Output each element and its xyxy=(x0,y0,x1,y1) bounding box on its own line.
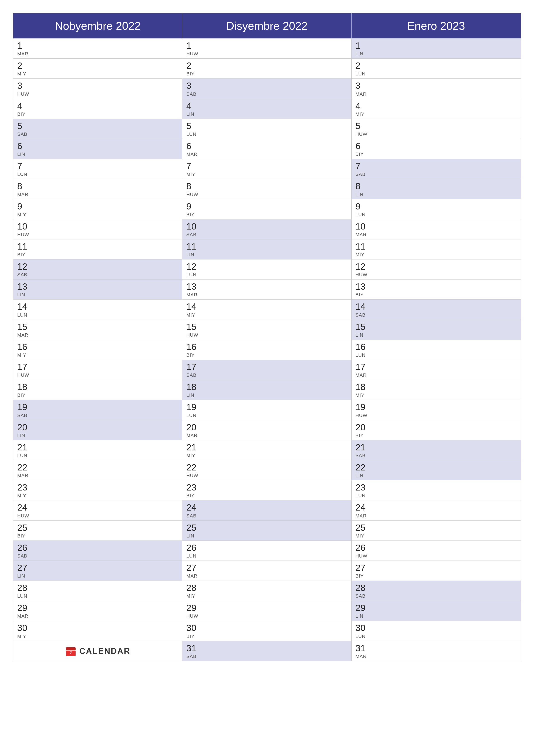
day-name: MIY xyxy=(355,111,517,117)
day-name: MAR xyxy=(186,292,347,298)
day-number: 20 xyxy=(355,422,517,432)
day-name: BIY xyxy=(186,212,347,217)
day-name: SAB xyxy=(355,453,517,458)
day-cell: 23BIY xyxy=(182,480,351,500)
day-number: 25 xyxy=(355,523,517,533)
day-name: BIY xyxy=(186,71,347,77)
day-cell: 16MIY xyxy=(13,339,182,360)
day-name: LIN xyxy=(355,332,517,338)
day-name: BIY xyxy=(186,634,347,639)
day-cell: 9BIY xyxy=(182,199,351,219)
day-cell: 22MAR xyxy=(13,460,182,480)
day-cell: 6MAR xyxy=(182,139,351,159)
day-number: 29 xyxy=(186,603,347,613)
day-cell: 19SAB xyxy=(13,400,182,420)
day-cell: 28SAB xyxy=(352,580,521,601)
day-cell: 10SAB xyxy=(182,219,351,239)
day-number: 25 xyxy=(17,523,178,533)
day-name: MAR xyxy=(355,372,517,378)
day-name: MAR xyxy=(17,332,178,338)
day-cell: 14SAB xyxy=(352,299,521,319)
day-number: 14 xyxy=(355,302,517,311)
day-number: 3 xyxy=(355,81,517,91)
day-name: HUW xyxy=(186,613,347,619)
day-cell: 19LUN xyxy=(182,400,351,420)
day-number: 6 xyxy=(355,141,517,151)
day-number: 21 xyxy=(355,443,517,452)
day-name: HUW xyxy=(186,192,347,198)
day-number: 16 xyxy=(355,342,517,352)
day-cell: 7LUN xyxy=(13,159,182,179)
day-name: MIY xyxy=(186,172,347,177)
day-number: 19 xyxy=(186,402,347,412)
day-cell: 27BIY xyxy=(352,560,521,580)
day-number: 4 xyxy=(186,101,347,111)
day-cell: 9MIY xyxy=(13,199,182,219)
day-name: MAR xyxy=(355,654,517,659)
day-number: 24 xyxy=(355,502,517,512)
day-number: 30 xyxy=(355,623,517,633)
day-name: BIY xyxy=(17,252,178,257)
day-number: 21 xyxy=(17,443,178,452)
day-name: BIY xyxy=(355,433,517,438)
day-cell: 1LIN xyxy=(352,39,521,58)
day-cell: 25MIY xyxy=(352,521,521,540)
day-cell: 23MIY xyxy=(13,480,182,500)
day-name: BIY xyxy=(17,111,178,117)
day-cell: 9LUN xyxy=(352,199,521,219)
day-name: SAB xyxy=(17,413,178,418)
day-name: LUN xyxy=(186,272,347,278)
day-number: 8 xyxy=(186,181,347,191)
day-name: LUN xyxy=(355,493,517,499)
day-number: 16 xyxy=(17,342,178,352)
day-name: BIY xyxy=(355,573,517,579)
day-cell: 7CALENDAR xyxy=(13,641,182,661)
day-cell: 17HUW xyxy=(13,360,182,380)
day-number: 9 xyxy=(355,202,517,211)
day-cell: 27LIN xyxy=(13,560,182,580)
day-number: 7 xyxy=(355,161,517,171)
day-cell: 13BIY xyxy=(352,279,521,299)
day-number: 17 xyxy=(17,362,178,372)
day-number: 30 xyxy=(17,623,178,633)
day-name: SAB xyxy=(186,513,347,519)
day-name: BIY xyxy=(17,392,178,398)
day-number: 1 xyxy=(355,41,517,51)
day-number: 14 xyxy=(186,302,347,311)
month-header-jan: Enero 2023 xyxy=(352,14,521,39)
day-cell: 31SAB xyxy=(182,641,351,661)
day-cell: 1MAR xyxy=(13,39,182,58)
day-name: MIY xyxy=(17,352,178,358)
day-cell: 22HUW xyxy=(182,460,351,480)
day-number: 15 xyxy=(186,322,347,332)
day-cell: 10HUW xyxy=(13,219,182,239)
day-cell: 2LUN xyxy=(352,58,521,78)
day-number: 28 xyxy=(355,583,517,593)
day-name: LIN xyxy=(355,613,517,619)
day-number: 18 xyxy=(17,382,178,392)
day-cell: 11LIN xyxy=(182,239,351,259)
day-name: LIN xyxy=(186,111,347,117)
day-number: 11 xyxy=(17,242,178,252)
day-cell: 5LUN xyxy=(182,119,351,139)
day-cell: 8HUW xyxy=(182,179,351,199)
day-name: HUW xyxy=(355,131,517,137)
day-name: HUW xyxy=(17,232,178,237)
day-number: 22 xyxy=(186,463,347,472)
day-number: 27 xyxy=(186,563,347,573)
day-name: HUW xyxy=(355,553,517,559)
day-cell: 21LUN xyxy=(13,440,182,460)
day-cell: 29HUW xyxy=(182,601,351,621)
day-name: MIY xyxy=(186,593,347,599)
day-cell: 24HUW xyxy=(13,500,182,520)
day-cell: 24SAB xyxy=(182,500,351,520)
day-cell: 30MIY xyxy=(13,621,182,641)
day-number: 23 xyxy=(355,482,517,493)
day-cell: 4MIY xyxy=(352,99,521,119)
day-number: 2 xyxy=(186,61,347,71)
day-name: MIY xyxy=(17,212,178,217)
day-cell: 12LUN xyxy=(182,259,351,279)
day-cell: 13LIN xyxy=(13,279,182,299)
day-cell: 6BIY xyxy=(352,139,521,159)
day-name: BIY xyxy=(186,352,347,358)
